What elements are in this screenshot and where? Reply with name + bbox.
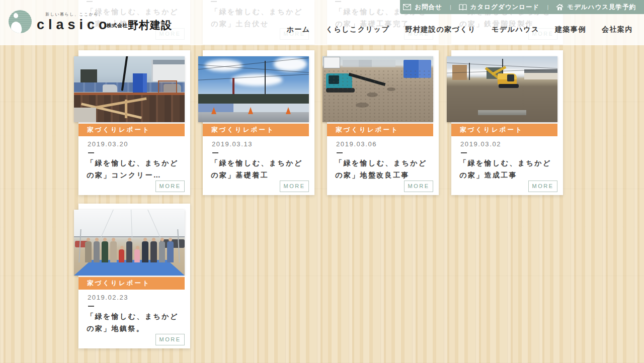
company-name-text: 野村建設 [128,19,172,31]
report-card: 家づくりレポート 2019.02.23 「緑を愉しむ、まちかどの家」地鎮祭。 M… [78,204,190,348]
nav-item-clip[interactable]: くらしこクリップ [326,25,390,34]
post-date: 2019.03.13 [212,140,253,148]
nav-item-home[interactable]: ホーム [286,25,310,34]
report-photo[interactable] [447,56,557,122]
report-photo[interactable] [74,210,185,276]
more-button[interactable]: MORE [155,180,185,192]
photo-art-excavator-tracks [326,88,355,93]
report-card: 家づくりレポート 2019.03.02 「緑を愉しむ、まちかどの家」造成工事 M… [451,50,563,195]
photo-art-person [85,241,92,262]
clasico-logo-icon [9,10,32,33]
category-badge: 家づくりレポート [451,124,557,136]
photo-art-excavator-tracks [499,84,519,88]
report-title-link[interactable]: 「緑を愉しむ、まちかどの家」コンクリー… [78,157,190,181]
photo-art-person [150,241,157,262]
nav-item-works[interactable]: 建築事例 [555,25,586,34]
report-card: 家づくりレポート 2019.03.06 「緑を愉しむ、まちかどの家」地盤改良工事… [327,50,439,195]
brand-tagline: 新しい暮らし、ここから。 [45,12,104,17]
report-photo[interactable] [74,56,185,122]
photo-art-buildings [343,60,396,67]
photo-art-person [159,241,166,262]
photo-art-crane [232,78,234,95]
report-title-link[interactable]: 「緑を愉しむ、まちかどの家」地鎮祭。 [78,310,190,334]
model-house-icon [556,4,564,11]
photo-art-stone [387,87,396,92]
catalog-download-link[interactable]: カタログダウンロード [459,3,540,12]
photo-art-house [151,60,185,81]
photo-art-stone [367,93,378,97]
photo-art-person [110,241,117,262]
category-badge: 家づくりレポート [203,124,309,136]
photo-art-blue-site-units [404,60,431,78]
photo-art-utility-pole [469,63,470,80]
page-background-wood: 「緑を愉しむ、まちかどの家」上棟 MORE 「緑を愉しむ、まちかどの家」土台伏せ… [0,0,644,363]
photo-art-houses [524,69,557,79]
photo-art-tent-canopy [74,210,185,237]
date-divider [337,152,343,153]
utility-nav-bar: お問合せ | カタログダウンロード | モデルハウス見学予約 [400,0,644,14]
nav-item-model-house[interactable]: モデルハウス [492,25,539,34]
photo-art-person [142,241,148,262]
utility-separator: | [547,4,548,10]
utility-link-label: モデルハウス見学予約 [567,3,636,12]
category-badge: 家づくりレポート [78,124,185,136]
nav-item-company[interactable]: 会社案内 [602,25,633,34]
company-name: 株式会社野村建設 [107,18,172,32]
utility-link-label: お問合せ [415,3,442,12]
nav-item-housebuilding[interactable]: 野村建設の家づくり [405,25,476,34]
photo-art-traffic-cone [286,107,291,114]
category-badge: 家づくりレポート [327,124,433,136]
company-prefix: 株式会社 [107,23,128,28]
report-photo[interactable] [323,56,433,122]
photo-art-beam-stack [478,110,527,115]
photo-art-child [134,249,140,262]
photo-art-child [119,249,124,262]
post-date: 2019.03.20 [88,140,128,148]
date-divider [212,152,218,153]
date-divider [88,152,94,153]
photo-art-concrete [74,108,96,122]
photo-art-stone [356,103,369,108]
photo-art-post [125,100,127,118]
report-card: 家づくりレポート 2019.03.13 「緑を愉しむ、まちかどの家」基礎着工 M… [203,50,314,195]
post-date: 2019.03.06 [336,140,377,148]
post-date: 2019.03.02 [460,140,501,148]
site-logo[interactable]: 新しい暮らし、ここから。 clasico 株式会社野村建設 [8,8,209,38]
photo-art-person [94,241,100,262]
photo-art-person [167,241,174,262]
photo-art-group-of-people [85,236,174,262]
photo-art-excavator-arm [348,73,385,86]
model-house-reservation-link[interactable]: モデルハウス見学予約 [556,3,636,12]
photo-art-shed [80,69,97,82]
photo-art-van [103,84,117,92]
date-divider [88,306,94,307]
post-date: 2019.02.23 [88,294,128,301]
photo-art-person [102,241,108,262]
photo-art-signboard [324,57,340,68]
photo-art-yellow-excavator [498,73,516,84]
site-header: お問合せ | カタログダウンロード | モデルハウス見学予約 新しい暮らし、ここ… [0,0,644,45]
photo-art-excavator [326,73,353,89]
more-button[interactable]: MORE [155,334,185,345]
photo-art-person [126,241,133,262]
mail-icon [403,4,411,10]
report-title-link[interactable]: 「緑を愉しむ、まちかどの家」地盤改良工事 [327,157,439,181]
more-button[interactable]: MORE [404,180,433,192]
date-divider [461,152,467,153]
photo-art-traffic-cone [211,107,216,114]
report-card: 家づくりレポート 2019.03.20 「緑を愉しむ、まちかどの家」コンクリー…… [78,50,190,195]
category-badge: 家づくりレポート [78,277,185,290]
main-navigation: ホーム くらしこクリップ 野村建設の家づくり モデルハウス 建築事例 会社案内 [286,25,633,34]
contact-link[interactable]: お問合せ [403,3,442,12]
utility-link-label: カタログダウンロード [470,3,540,12]
catalog-book-icon [459,4,467,11]
report-title-link[interactable]: 「緑を愉しむ、まちかどの家」造成工事 [451,157,563,181]
report-title-link[interactable]: 「緑を愉しむ、まちかどの家」基礎着工 [203,157,314,181]
photo-art-blue-unit [133,73,147,93]
utility-separator: | [450,4,451,10]
photo-art-traffic-cone [248,107,253,114]
more-button[interactable]: MORE [528,180,557,192]
report-photo[interactable] [198,56,309,122]
more-button[interactable]: MORE [280,180,309,192]
brand-wordmark: clasico [37,17,111,33]
